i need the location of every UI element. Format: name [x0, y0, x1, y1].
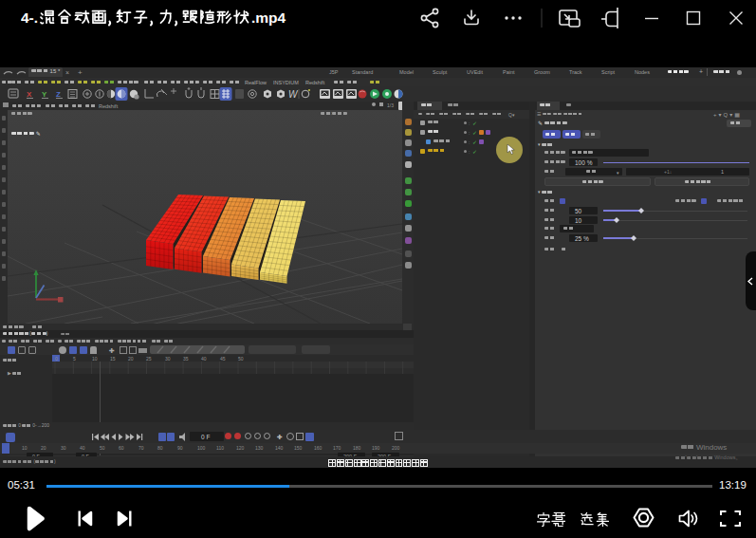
- svg-text:4-.: 4-.: [21, 9, 38, 26]
- svg-text:W: W: [288, 89, 299, 100]
- svg-text:X: X: [27, 90, 32, 99]
- svg-text:Z: Z: [56, 90, 61, 99]
- svg-text:Y: Y: [42, 90, 47, 99]
- svg-text:.mp4: .mp4: [251, 9, 286, 26]
